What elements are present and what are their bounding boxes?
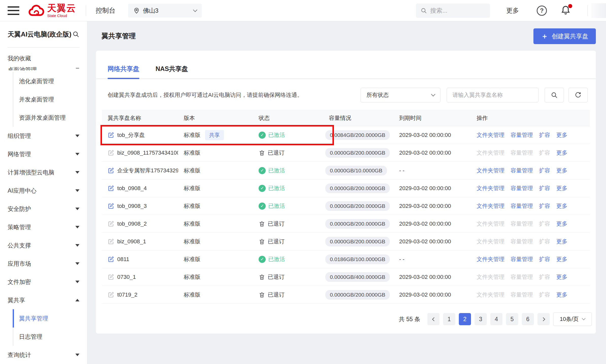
op-2-link[interactable]: 扩容 bbox=[539, 167, 550, 174]
edit-name-button[interactable] bbox=[108, 292, 114, 298]
global-search[interactable] bbox=[416, 4, 490, 18]
op-3-link[interactable]: 更多 bbox=[556, 238, 567, 245]
prev-page-button[interactable] bbox=[427, 313, 440, 325]
sidebar-group-desktop-pool[interactable]: 桌面池管理 − bbox=[0, 66, 87, 70]
status-text: 已激活 bbox=[268, 167, 285, 174]
op-3-link[interactable]: 更多 bbox=[556, 132, 567, 138]
toolbar: 创建翼共享盘成功后，授权用户即可通过AI云电脑访问，请提前确保网络连通。 所有状… bbox=[96, 79, 596, 102]
sidebar-item-wing-share-management[interactable]: 翼共享管理 bbox=[13, 309, 87, 327]
op-1-link[interactable]: 容量管理 bbox=[511, 203, 533, 209]
sidebar-group-3[interactable]: AI应用中心 bbox=[0, 181, 87, 200]
op-0-link[interactable]: 文件夹管理 bbox=[477, 203, 504, 209]
page-4-button[interactable]: 4 bbox=[490, 313, 502, 325]
brand-name: 天翼云 bbox=[47, 4, 76, 13]
op-1-link[interactable]: 容量管理 bbox=[511, 167, 533, 174]
sidebar-group-4[interactable]: 安全防护 bbox=[0, 200, 87, 218]
op-2-link[interactable]: 扩容 bbox=[539, 203, 550, 209]
trash-icon bbox=[259, 221, 265, 227]
create-wing-share-button[interactable]: ＋ 创建翼共享盘 bbox=[533, 28, 596, 44]
table-row: 0811标准版✓已激活0.0186GB/100.0000GB- -文件夹管理容量… bbox=[102, 250, 590, 268]
page-2-button[interactable]: 2 bbox=[459, 313, 471, 325]
op-2-link[interactable]: 扩容 bbox=[539, 185, 550, 191]
sidebar-group-0[interactable]: 组织管理 bbox=[0, 127, 87, 145]
page-6-button[interactable]: 6 bbox=[522, 313, 534, 325]
op-0-link: 文件夹管理 bbox=[477, 274, 504, 280]
trash-icon bbox=[259, 150, 265, 156]
op-3-link[interactable]: 更多 bbox=[556, 292, 567, 298]
next-page-button[interactable] bbox=[537, 313, 550, 325]
op-3-link[interactable]: 更多 bbox=[556, 150, 567, 156]
page-title: 翼共享管理 bbox=[102, 31, 136, 41]
page-1-button[interactable]: 1 bbox=[443, 313, 455, 325]
edit-name-button[interactable] bbox=[108, 221, 114, 227]
edit-name-button[interactable] bbox=[108, 203, 114, 209]
sidebar-search-icon[interactable] bbox=[72, 31, 79, 38]
collapse-minus-icon: − bbox=[76, 66, 79, 70]
edit-name-button[interactable] bbox=[108, 167, 114, 174]
op-3-link[interactable]: 更多 bbox=[556, 203, 567, 209]
top-navbar: 天翼云 State Cloud 控制台 佛山3 更多 ? bbox=[0, 0, 606, 21]
sidebar-item-concurrent-desktop[interactable]: 并发桌面管理 bbox=[13, 90, 87, 108]
op-1-link: 容量管理 bbox=[511, 221, 533, 227]
op-0-link[interactable]: 文件夹管理 bbox=[477, 185, 504, 191]
help-icon[interactable]: ? bbox=[537, 6, 547, 16]
page-header: 翼共享管理 ＋ 创建翼共享盘 bbox=[87, 21, 606, 51]
location-pin-icon bbox=[133, 7, 140, 14]
sidebar-group-1[interactable]: 网络管理 bbox=[0, 145, 87, 163]
op-2-link[interactable]: 扩容 bbox=[539, 256, 550, 262]
sidebar-group-8[interactable]: 文件加密 bbox=[0, 273, 87, 291]
page-3-button[interactable]: 3 bbox=[475, 313, 487, 325]
sidebar-group-7[interactable]: 应用市场 bbox=[0, 254, 87, 273]
op-0-link[interactable]: 文件夹管理 bbox=[477, 167, 504, 174]
op-0-link[interactable]: 文件夹管理 bbox=[477, 132, 504, 138]
op-2-link[interactable]: 扩容 bbox=[539, 132, 550, 138]
status-filter-select[interactable]: 所有状态 bbox=[361, 88, 441, 102]
region-selector[interactable]: 佛山3 bbox=[128, 4, 202, 17]
op-0-link[interactable]: 文件夹管理 bbox=[477, 256, 504, 262]
refresh-button[interactable] bbox=[568, 88, 588, 102]
op-1-link[interactable]: 容量管理 bbox=[511, 256, 533, 262]
hamburger-menu-icon[interactable] bbox=[8, 6, 19, 15]
console-link[interactable]: 控制台 bbox=[96, 6, 115, 15]
col-operations: 操作 bbox=[473, 114, 590, 122]
edit-name-button[interactable] bbox=[108, 274, 114, 280]
op-3-link[interactable]: 更多 bbox=[556, 185, 567, 191]
edit-name-button[interactable] bbox=[108, 150, 114, 156]
op-3-link[interactable]: 更多 bbox=[556, 221, 567, 227]
sidebar-group-wing-share[interactable]: 翼共享 bbox=[0, 291, 87, 309]
op-3-link[interactable]: 更多 bbox=[556, 167, 567, 174]
edit-name-button[interactable] bbox=[108, 185, 114, 192]
tab-network-share-disk[interactable]: 网络共享盘 bbox=[108, 65, 139, 79]
app-root: 天翼云 State Cloud 控制台 佛山3 更多 ? bbox=[0, 0, 606, 364]
avatar[interactable] bbox=[591, 3, 606, 18]
sidebar-item-pooled-desktop[interactable]: 池化桌面管理 bbox=[13, 72, 87, 90]
sidebar-item-log-management[interactable]: 日志管理 bbox=[13, 327, 87, 346]
page-5-button[interactable]: 5 bbox=[506, 313, 518, 325]
global-search-input[interactable] bbox=[430, 7, 481, 14]
main-content: 翼共享管理 ＋ 创建翼共享盘 网络共享盘 NAS共享盘 创建翼共享盘成功后，授权… bbox=[87, 21, 606, 364]
chevron-down-icon bbox=[431, 92, 435, 97]
sidebar-item-resource-concurrent-desktop[interactable]: 资源并发桌面管理 bbox=[13, 108, 87, 127]
table-row: tob_分享盘标准版共享✓已激活0.0084GB/200.0000GB2029-… bbox=[102, 126, 590, 144]
sidebar-group-query-statistics[interactable]: 查询统计 bbox=[0, 346, 87, 364]
edit-name-button[interactable] bbox=[108, 132, 114, 138]
edit-name-button[interactable] bbox=[108, 238, 114, 245]
op-3-link[interactable]: 更多 bbox=[556, 274, 567, 280]
more-menu[interactable]: 更多 bbox=[506, 6, 519, 15]
status-text: 已激活 bbox=[268, 256, 285, 263]
op-3-link[interactable]: 更多 bbox=[556, 256, 567, 262]
sidebar-group-6[interactable]: 公共支撑 bbox=[0, 236, 87, 254]
notifications-button[interactable] bbox=[561, 5, 571, 16]
page-size-select[interactable]: 10条/页 bbox=[553, 312, 592, 326]
edit-name-button[interactable] bbox=[108, 256, 114, 263]
disk-name-search-input[interactable] bbox=[447, 88, 538, 102]
sidebar-group-5[interactable]: 策略管理 bbox=[0, 218, 87, 236]
table-row: 企业专属智库1757343294标准版✓已激活0.0000GB/10.0000G… bbox=[102, 162, 590, 179]
op-1-link[interactable]: 容量管理 bbox=[511, 185, 533, 191]
op-1-link[interactable]: 容量管理 bbox=[511, 132, 533, 138]
search-button[interactable] bbox=[545, 88, 564, 102]
status-text: 已激活 bbox=[268, 131, 285, 139]
tab-nas-share-disk[interactable]: NAS共享盘 bbox=[156, 65, 188, 79]
sidebar-item-favorites[interactable]: 我的收藏 bbox=[0, 51, 87, 66]
sidebar-group-2[interactable]: 计算增强型云电脑 bbox=[0, 163, 87, 181]
